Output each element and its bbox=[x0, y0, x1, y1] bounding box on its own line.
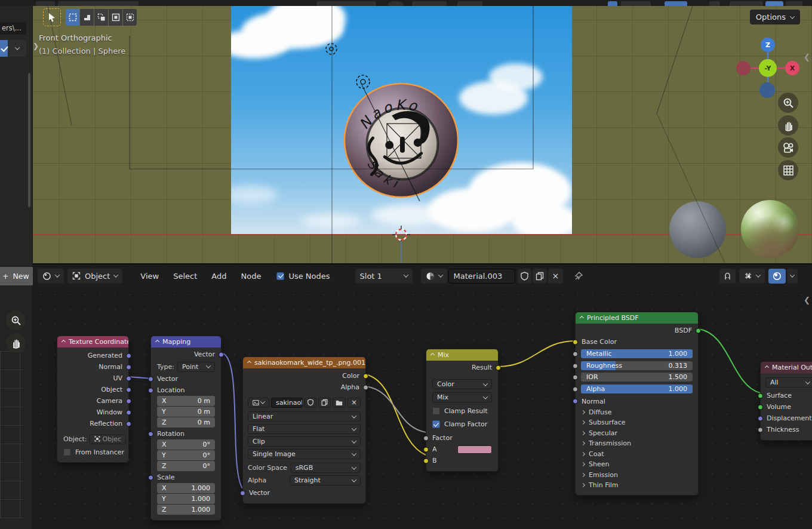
collapse-icon[interactable] bbox=[765, 365, 769, 370]
socket-generated[interactable] bbox=[126, 353, 131, 358]
rotation-y-field[interactable]: Y0° bbox=[157, 450, 215, 460]
socket-base-color[interactable] bbox=[573, 339, 578, 345]
pin-icon[interactable] bbox=[574, 271, 583, 281]
select-mode-invert-button[interactable] bbox=[109, 9, 122, 26]
node-canvas[interactable]: › Sphere › Sphere › Material.003 ❮ Textu… bbox=[33, 287, 812, 529]
section-emission[interactable]: Emission bbox=[576, 470, 698, 481]
socket-thickness[interactable] bbox=[758, 427, 763, 432]
socket-reflection[interactable] bbox=[126, 421, 131, 426]
from-instancer-checkbox[interactable] bbox=[63, 448, 71, 456]
interpolation-dropdown[interactable]: Linear bbox=[248, 411, 361, 422]
blend-mode-dropdown[interactable]: Mix bbox=[432, 392, 492, 402]
section-transmission[interactable]: Transmission bbox=[576, 438, 698, 449]
socket-result[interactable] bbox=[496, 365, 501, 370]
section-thin-film[interactable]: Thin Film bbox=[576, 480, 698, 491]
socket-alpha-in[interactable] bbox=[573, 386, 578, 392]
socket-bsdf-out[interactable] bbox=[696, 328, 701, 333]
projection-dropdown[interactable]: Flat bbox=[248, 424, 361, 434]
pan-hand-icon[interactable] bbox=[6, 333, 26, 353]
source-dropdown[interactable]: Single Image bbox=[248, 449, 361, 459]
viewport-zoom-icon[interactable] bbox=[778, 93, 798, 113]
socket-normal[interactable] bbox=[126, 364, 131, 370]
left-panel-dropdown[interactable] bbox=[8, 40, 26, 57]
gizmo-neg-y-axis[interactable]: -Y bbox=[759, 59, 777, 77]
gizmo-neg-z-axis[interactable] bbox=[759, 82, 775, 98]
location-x-field[interactable]: X0 m bbox=[157, 396, 215, 406]
socket-ior[interactable] bbox=[573, 375, 578, 380]
collapse-icon[interactable] bbox=[430, 353, 435, 357]
duplicate-material-button[interactable] bbox=[533, 269, 547, 284]
node-header[interactable]: Mix bbox=[426, 349, 498, 361]
image-empty-square[interactable] bbox=[387, 124, 421, 158]
socket-vector-out[interactable] bbox=[219, 352, 224, 357]
image-name-field[interactable]: sakinaokomark_... bbox=[271, 398, 303, 408]
node-header[interactable]: Mapping bbox=[151, 336, 221, 347]
section-diffuse[interactable]: Diffuse bbox=[576, 407, 698, 418]
location-y-field[interactable]: Y0 m bbox=[157, 407, 215, 417]
object-picker-field[interactable]: Objec bbox=[90, 434, 127, 444]
data-type-dropdown[interactable]: Color bbox=[432, 379, 492, 389]
cursor-3d[interactable] bbox=[392, 226, 410, 244]
section-coat[interactable]: Coat bbox=[576, 449, 698, 460]
socket-vector[interactable] bbox=[240, 490, 245, 496]
node-mapping[interactable]: Mapping Vector Type: Point Vector Locati… bbox=[150, 336, 222, 521]
view-axis-gizmo[interactable]: Z X -Y bbox=[734, 33, 801, 99]
viewport-grid-icon[interactable] bbox=[778, 160, 798, 180]
empty-object-small[interactable] bbox=[326, 44, 337, 54]
select-mode-new-button[interactable] bbox=[66, 9, 79, 26]
snap-settings-dropdown[interactable] bbox=[739, 269, 765, 284]
tweak-tool-button[interactable] bbox=[43, 8, 61, 26]
socket-vector-in[interactable] bbox=[148, 376, 153, 382]
gizmo-neg-x-axis[interactable] bbox=[736, 61, 751, 75]
socket-alpha[interactable] bbox=[363, 385, 368, 390]
collapse-icon[interactable] bbox=[580, 316, 584, 320]
node-mix[interactable]: Mix Result Color Mix Clamp Result Clamp … bbox=[426, 349, 499, 472]
socket-metallic[interactable] bbox=[573, 352, 578, 357]
socket-displacement[interactable] bbox=[758, 416, 763, 421]
node-texture-coordinate[interactable]: Texture Coordinate Generated Normal UV O… bbox=[57, 336, 129, 463]
image-fake-user-button[interactable] bbox=[304, 398, 316, 408]
clamp-factor-checkbox[interactable] bbox=[432, 420, 440, 428]
image-browse-dropdown[interactable] bbox=[248, 398, 269, 408]
alpha-mode-dropdown[interactable]: Straight bbox=[290, 475, 361, 485]
material-browse-dropdown[interactable] bbox=[421, 269, 447, 284]
socket-rotation[interactable] bbox=[148, 431, 153, 436]
rotation-z-field[interactable]: Z0° bbox=[157, 461, 215, 471]
menu-view[interactable]: View bbox=[133, 272, 166, 281]
material-name-field[interactable]: Material.003 bbox=[448, 269, 515, 284]
socket-color[interactable] bbox=[363, 373, 368, 379]
color-a-swatch[interactable] bbox=[457, 445, 492, 454]
socket-normal-in[interactable] bbox=[573, 399, 578, 404]
colorspace-dropdown[interactable]: sRGB bbox=[291, 463, 361, 473]
socket-roughness[interactable] bbox=[573, 363, 578, 368]
select-mode-extend-button[interactable] bbox=[80, 9, 94, 26]
roughness-slider[interactable]: Roughness 0.313 bbox=[581, 361, 693, 370]
viewport-3d[interactable]: NaoKo Saki bbox=[33, 6, 812, 264]
alpha-slider[interactable]: Alpha 1.000 bbox=[581, 385, 693, 393]
scale-z-field[interactable]: Z1.000 bbox=[157, 505, 215, 515]
unlink-material-button[interactable]: × bbox=[548, 269, 564, 284]
overlays-toggle-button[interactable] bbox=[768, 269, 786, 284]
node-image-texture[interactable]: sakinaokomark_wide_tp_.png.001 Color Alp… bbox=[242, 356, 366, 504]
ior-slider[interactable]: IOR 1.500 bbox=[581, 373, 693, 382]
extension-dropdown[interactable]: Clip bbox=[248, 436, 361, 447]
select-mode-subtract-button[interactable] bbox=[94, 9, 108, 26]
sidebar-toggle-chevron[interactable]: ❮ bbox=[804, 53, 810, 61]
metallic-slider[interactable]: Metallic 1.000 bbox=[581, 349, 693, 358]
node-material-output[interactable]: Material Output All Surface Volume Displ… bbox=[760, 361, 812, 441]
menu-add[interactable]: Add bbox=[204, 272, 233, 281]
overlays-dropdown[interactable] bbox=[787, 269, 798, 284]
gizmo-z-axis[interactable]: Z bbox=[761, 38, 775, 52]
use-nodes-checkbox[interactable] bbox=[276, 272, 284, 280]
collapse-icon[interactable] bbox=[61, 340, 66, 344]
node-header[interactable]: Principled BSDF bbox=[576, 312, 698, 324]
socket-object[interactable] bbox=[126, 387, 131, 392]
menu-node[interactable]: Node bbox=[233, 272, 268, 281]
snap-toggle-button[interactable] bbox=[719, 269, 736, 284]
collapse-icon[interactable] bbox=[247, 361, 251, 365]
clamp-result-checkbox[interactable] bbox=[432, 407, 440, 415]
new-image-button[interactable]: + New bbox=[0, 267, 34, 285]
zoom-icon[interactable] bbox=[6, 310, 26, 330]
socket-factor[interactable] bbox=[423, 435, 429, 441]
shader-mode-dropdown[interactable]: Object bbox=[67, 269, 122, 284]
